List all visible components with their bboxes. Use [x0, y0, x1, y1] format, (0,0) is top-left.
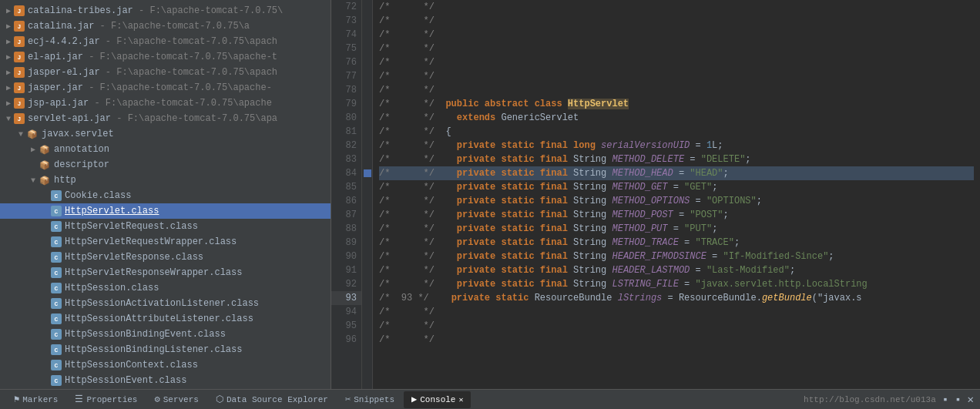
tree-item-jasper-el[interactable]: ▶Jjasper-el.jar - F:\apache-tomcat-7.0.7… [0, 65, 331, 80]
line-number: 78 [331, 83, 361, 97]
snippets-tab-icon: ✂ [345, 394, 351, 405]
tree-item-label: HttpSessionBindingListener.class [65, 344, 331, 355]
close-window-icon[interactable]: ✕ [968, 393, 974, 406]
line-marker-cell [362, 97, 373, 111]
code-line: /* */ [379, 0, 974, 14]
tree-arrow: ▶ [3, 52, 14, 62]
line-marker-cell [362, 239, 373, 253]
tree-item-label: catalina.jar - F:\apache-tomcat-7.0.75\a [28, 21, 331, 32]
tree-item-catalina-tribes[interactable]: ▶Jcatalina-tribes.jar - F:\apache-tomcat… [0, 3, 331, 18]
tree-item-HttpSessionContext.class[interactable]: CHttpSessionContext.class [0, 357, 331, 373]
code-line: /* */ [379, 333, 974, 347]
jar-icon: J [14, 67, 25, 78]
tree-item-label: ecj-4.4.2.jar - F:\apache-tomcat-7.0.75\… [28, 36, 331, 47]
line-number: 90 [331, 250, 361, 263]
code-line: /* */ private static final String METHOD… [379, 166, 974, 180]
line-number: 72 [331, 0, 361, 14]
tree-item-label: HttpServlet.class [65, 206, 331, 216]
servers-tab-icon: ⚙ [154, 394, 159, 405]
tree-item-javax.servlet[interactable]: ▼📦javax.servlet [0, 126, 331, 142]
bottom-tab-console[interactable]: ▶Console✕ [404, 391, 471, 408]
code-line: /* */ private static final String METHOD… [379, 153, 974, 166]
tree-item-HttpServletRequest.class[interactable]: CHttpServletRequest.class [0, 219, 331, 234]
package-icon: 📦 [39, 174, 51, 186]
tree-item-catalina[interactable]: ▶Jcatalina.jar - F:\apache-tomcat-7.0.75… [0, 18, 331, 34]
code-line: /* */ [379, 42, 974, 55]
tree-item-Cookie.class[interactable]: CCookie.class [0, 188, 331, 203]
code-line: /* */ private static final String HEADER… [379, 263, 974, 277]
tree-item-descriptor[interactable]: 📦descriptor [0, 157, 331, 173]
bottom-tab-markers[interactable]: ⚑Markers [6, 391, 65, 408]
code-line: /* 93 */ private static ResourceBundle l… [379, 291, 974, 305]
line-number: 96 [331, 333, 361, 347]
class-icon: C [51, 221, 62, 232]
line-marker-cell [362, 322, 373, 336]
line-marker [362, 0, 373, 389]
tree-item-label: HttpSession.class [65, 283, 331, 293]
tree-item-servlet-api[interactable]: ▼Jservlet-api.jar - F:\apache-tomcat-7.0… [0, 111, 331, 126]
tree-item-label: jasper.jar - F:\apache-tomcat-7.0.75\apa… [28, 82, 331, 93]
bottom-tab-properties[interactable]: ☰Properties [67, 391, 145, 408]
code-line: /* */ [379, 14, 974, 28]
bottom-bar: ⚑Markers☰Properties⚙Servers⬡Data Source … [0, 389, 980, 409]
tree-item-label: HttpSessionBindingEvent.class [65, 329, 331, 340]
tree-item-label: HttpServletRequestWrapper.class [65, 236, 331, 247]
bottom-tab-servers[interactable]: ⚙Servers [146, 391, 206, 408]
tree-item-label: javax.servlet [42, 129, 331, 139]
code-editor[interactable]: 7273747576777879808182838485868788899091… [331, 0, 980, 389]
tree-item-HttpServletRequestWrapper.class[interactable]: CHttpServletRequestWrapper.class [0, 234, 331, 250]
line-marker-cell [362, 42, 373, 55]
tree-item-HttpSessionBindingListener.class[interactable]: CHttpSessionBindingListener.class [0, 342, 331, 357]
class-icon: C [51, 206, 62, 216]
tree-item-label: HttpServletRequest.class [65, 221, 331, 232]
class-icon: C [51, 252, 62, 263]
jar-icon: J [14, 98, 25, 109]
line-number: 75 [331, 42, 361, 55]
tree-item-HttpSessionActivationListener.class[interactable]: CHttpSessionActivationListener.class [0, 296, 331, 311]
code-line: /* */ [379, 305, 974, 319]
bottom-tab-label: Properties [86, 395, 137, 404]
line-marker-cell [362, 111, 373, 125]
tree-item-HttpSessionAttributeListener.class[interactable]: CHttpSessionAttributeListener.class [0, 311, 331, 327]
jar-icon: J [14, 21, 25, 32]
datasource-tab-icon: ⬡ [216, 394, 223, 405]
jar-icon: J [14, 52, 25, 62]
tree-arrow: ▶ [3, 37, 14, 46]
code-line: /* */ private static final String HEADER… [379, 250, 974, 263]
line-marker-cell [362, 294, 373, 308]
code-line: /* */ [379, 83, 974, 97]
tree-item-HttpServletResponse.class[interactable]: CHttpServletResponse.class [0, 250, 331, 265]
line-number: 81 [331, 125, 361, 139]
tree-item-HttpSessionEvent.class[interactable]: CHttpSessionEvent.class [0, 373, 331, 388]
maximize-icon[interactable]: ▪ [955, 394, 961, 406]
line-marker-cell [362, 55, 373, 69]
tree-item-jsp-api[interactable]: ▶Jjsp-api.jar - F:\apache-tomcat-7.0.75\… [0, 96, 331, 111]
tree-item-http[interactable]: ▼📦http [0, 173, 331, 188]
jar-icon: J [14, 82, 25, 93]
line-number: 83 [331, 153, 361, 166]
tree-item-el-api[interactable]: ▶Jel-api.jar - F:\apache-tomcat-7.0.75\a… [0, 49, 331, 65]
tree-item-HttpServlet.class[interactable]: CHttpServlet.class [0, 203, 331, 219]
minimize-icon[interactable]: ▪ [942, 394, 948, 406]
line-number: 76 [331, 55, 361, 69]
close-icon[interactable]: ✕ [458, 395, 463, 404]
tree-item-label: jsp-api.jar - F:\apache-tomcat-7.0.75\ap… [28, 98, 331, 109]
tree-item-jasper[interactable]: ▶Jjasper.jar - F:\apache-tomcat-7.0.75\a… [0, 80, 331, 96]
tree-item-ecj[interactable]: ▶Jecj-4.4.2.jar - F:\apache-tomcat-7.0.7… [0, 34, 331, 49]
bottom-tab-label: Markers [22, 395, 58, 404]
tree-item-label: HttpSessionActivationListener.class [65, 298, 331, 309]
tree-item-label: jasper-el.jar - F:\apache-tomcat-7.0.75\… [28, 67, 331, 78]
tree-item-annotation[interactable]: ▶📦annotation [0, 142, 331, 157]
bottom-tab-datasource[interactable]: ⬡Data Source Explorer [208, 391, 336, 408]
tree-item-HttpSession.class[interactable]: CHttpSession.class [0, 280, 331, 296]
tree-arrow: ▶ [3, 6, 14, 15]
line-marker-cell [362, 308, 373, 322]
code-line: /* */ public abstract class HttpServlet [379, 97, 974, 111]
line-number: 89 [331, 236, 361, 250]
bottom-tab-snippets[interactable]: ✂Snippets [337, 391, 402, 408]
code-content: 7273747576777879808182838485868788899091… [331, 0, 980, 389]
bottom-bar-right: http://blog.csdn.net/u013a▪▪✕ [804, 393, 974, 406]
line-number: 85 [331, 180, 361, 194]
tree-item-HttpServletResponseWrapper.class[interactable]: CHttpServletResponseWrapper.class [0, 265, 331, 280]
tree-item-HttpSessionBindingEvent.class[interactable]: CHttpSessionBindingEvent.class [0, 327, 331, 342]
